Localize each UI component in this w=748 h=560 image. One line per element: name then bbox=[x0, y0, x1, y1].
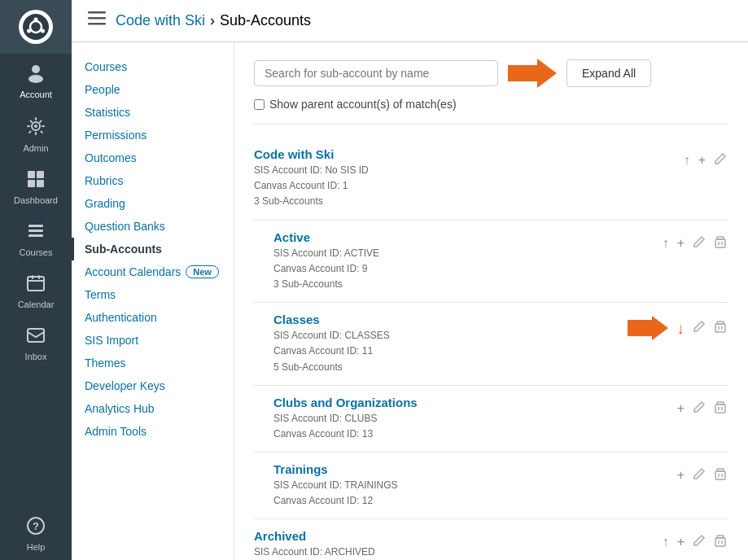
search-input[interactable] bbox=[254, 60, 498, 86]
svg-rect-47 bbox=[717, 402, 724, 405]
sidebar-item-sub-accounts: Sub-Accounts bbox=[72, 238, 234, 260]
sidebar-item-grading[interactable]: Grading bbox=[72, 192, 234, 215]
nav-item-dashboard[interactable]: Dashboard bbox=[0, 161, 72, 213]
svg-text:?: ? bbox=[33, 520, 39, 532]
breadcrumb: Code with Ski › Sub-Accounts bbox=[116, 12, 311, 29]
svg-point-2 bbox=[34, 18, 38, 22]
delete-icon[interactable] bbox=[712, 466, 728, 485]
svg-rect-18 bbox=[37, 171, 44, 178]
nav-account-label: Account bbox=[20, 90, 52, 99]
account-actions: ↓ bbox=[628, 313, 728, 340]
svg-rect-27 bbox=[38, 275, 40, 279]
breadcrumb-separator: › bbox=[210, 12, 215, 29]
account-name[interactable]: Code with Ski bbox=[254, 147, 334, 161]
edit-icon[interactable] bbox=[691, 234, 707, 253]
account-actions: ↑ + bbox=[661, 230, 728, 253]
sidebar-item-rubrics[interactable]: Rubrics bbox=[72, 169, 234, 192]
expand-all-button[interactable]: Expand All bbox=[566, 59, 651, 87]
account-name[interactable]: Trainings bbox=[273, 462, 328, 476]
account-name[interactable]: Active bbox=[273, 230, 310, 244]
svg-rect-10 bbox=[35, 132, 37, 135]
main-content: Expand All Show parent account(s) of mat… bbox=[234, 42, 748, 560]
svg-point-4 bbox=[27, 29, 31, 33]
account-info: Clubs and Organizations SIS Account ID: … bbox=[273, 396, 666, 442]
up-arrow-icon[interactable]: ↑ bbox=[661, 533, 671, 551]
account-actions: + bbox=[676, 396, 728, 418]
help-icon: ? bbox=[26, 516, 46, 539]
svg-rect-9 bbox=[35, 117, 37, 120]
svg-rect-32 bbox=[88, 17, 106, 20]
nav-inbox-label: Inbox bbox=[25, 352, 47, 361]
sidebar-item-people[interactable]: People bbox=[72, 78, 234, 101]
svg-rect-16 bbox=[28, 130, 32, 133]
add-icon[interactable]: + bbox=[676, 533, 686, 551]
logo-circle bbox=[19, 10, 53, 44]
main-area: Code with Ski › Sub-Accounts Courses Peo… bbox=[72, 0, 748, 560]
show-parent-label[interactable]: Show parent account(s) of match(es) bbox=[269, 98, 457, 111]
add-icon[interactable]: + bbox=[676, 466, 686, 484]
up-arrow-icon[interactable]: ↑ bbox=[661, 234, 671, 252]
nav-admin-label: Admin bbox=[23, 143, 48, 153]
nav-item-inbox[interactable]: Inbox bbox=[0, 317, 72, 370]
sidebar-item-permissions[interactable]: Permissions bbox=[72, 124, 234, 147]
delete-icon[interactable] bbox=[712, 234, 728, 253]
sidebar-item-authentication[interactable]: Authentication bbox=[72, 306, 234, 329]
account-name[interactable]: Classes bbox=[273, 313, 320, 326]
calendar-icon bbox=[26, 273, 46, 296]
page-header: Code with Ski › Sub-Accounts bbox=[72, 0, 748, 42]
edit-icon[interactable] bbox=[691, 532, 707, 552]
svg-rect-28 bbox=[28, 329, 44, 342]
nav-courses-label: Courses bbox=[20, 247, 53, 257]
sidebar-item-courses[interactable]: Courses bbox=[72, 55, 234, 78]
sidebar-item-admin-tools[interactable]: Admin Tools bbox=[72, 420, 234, 443]
table-row: Classes SIS Account ID: CLASSES Canvas A… bbox=[254, 303, 728, 386]
sidebar-item-account-calendars[interactable]: Account Calendars bbox=[85, 265, 181, 278]
sidebar-item-analytics-hub[interactable]: Analytics Hub bbox=[72, 397, 234, 420]
account-name[interactable]: Clubs and Organizations bbox=[273, 396, 418, 409]
delete-icon[interactable] bbox=[712, 399, 728, 418]
nav-item-calendar[interactable]: Calendar bbox=[0, 265, 72, 317]
hamburger-menu[interactable] bbox=[88, 11, 106, 30]
sidebar-item-themes[interactable]: Themes bbox=[72, 352, 234, 374]
account-list: Code with Ski SIS Account ID: No SIS ID … bbox=[254, 138, 728, 560]
svg-marker-34 bbox=[508, 59, 557, 88]
show-parent-checkbox[interactable] bbox=[254, 99, 265, 110]
up-arrow-icon[interactable]: ↑ bbox=[682, 151, 692, 169]
dashboard-icon bbox=[26, 169, 46, 192]
show-parent-row: Show parent account(s) of match(es) bbox=[254, 98, 728, 111]
nav-dashboard-label: Dashboard bbox=[14, 195, 58, 205]
edit-icon[interactable] bbox=[691, 318, 707, 338]
svg-rect-33 bbox=[88, 23, 106, 25]
table-row: Code with Ski SIS Account ID: No SIS ID … bbox=[254, 138, 728, 221]
add-icon[interactable]: + bbox=[676, 400, 686, 418]
sidebar-item-question-banks[interactable]: Question Banks bbox=[72, 215, 234, 238]
account-name[interactable]: Archived bbox=[254, 529, 306, 543]
nav-item-help[interactable]: ? Help bbox=[0, 508, 72, 560]
add-icon[interactable]: + bbox=[676, 234, 686, 252]
svg-rect-23 bbox=[28, 234, 43, 237]
svg-rect-14 bbox=[40, 130, 43, 133]
nav-item-account[interactable]: Account bbox=[0, 54, 72, 107]
breadcrumb-parent-link[interactable]: Code with Ski bbox=[116, 12, 205, 29]
table-row: Trainings SIS Account ID: TRAININGS Canv… bbox=[254, 453, 728, 519]
svg-point-8 bbox=[34, 125, 37, 128]
edit-icon[interactable] bbox=[691, 466, 707, 485]
sidebar-item-developer-keys[interactable]: Developer Keys bbox=[72, 374, 234, 397]
account-info: Archived SIS Account ID: ARCHIVED Canvas… bbox=[254, 529, 651, 560]
delete-icon[interactable] bbox=[712, 318, 728, 338]
sidebar-item-statistics[interactable]: Statistics bbox=[72, 101, 234, 124]
nav-calendar-label: Calendar bbox=[18, 300, 55, 309]
nav-item-admin[interactable]: Admin bbox=[0, 107, 72, 161]
nav-logo[interactable] bbox=[0, 0, 72, 54]
down-arrow-icon[interactable]: ↓ bbox=[675, 317, 686, 339]
sidebar-item-terms[interactable]: Terms bbox=[72, 283, 234, 306]
sidebar-item-sis-import[interactable]: SIS Import bbox=[72, 329, 234, 352]
account-info: Code with Ski SIS Account ID: No SIS ID … bbox=[254, 147, 672, 210]
add-icon[interactable]: + bbox=[697, 151, 707, 169]
nav-item-courses[interactable]: Courses bbox=[0, 213, 72, 265]
sidebar-item-outcomes[interactable]: Outcomes bbox=[72, 147, 234, 169]
delete-icon[interactable] bbox=[712, 532, 728, 552]
table-row: Active SIS Account ID: ACTIVE Canvas Acc… bbox=[254, 221, 728, 304]
edit-icon[interactable] bbox=[691, 399, 707, 418]
edit-icon[interactable] bbox=[712, 151, 728, 170]
